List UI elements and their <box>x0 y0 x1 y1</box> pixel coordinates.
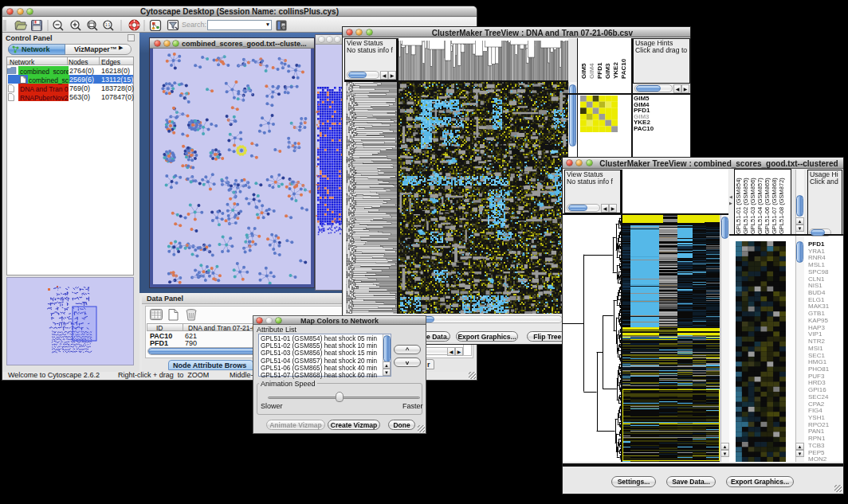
svg-text:1:1: 1:1 <box>105 23 111 27</box>
